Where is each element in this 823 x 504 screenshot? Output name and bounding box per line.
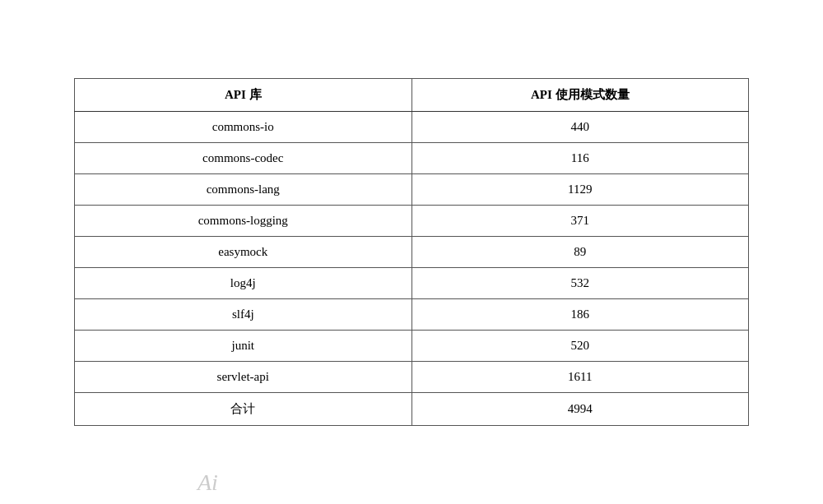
cell-count: 1611	[412, 362, 749, 393]
watermark: Ai	[198, 469, 218, 496]
api-usage-table: API 库 API 使用模式数量 commons-io440commons-co…	[74, 78, 749, 426]
cell-library: commons-lang	[75, 174, 412, 206]
table-row: slf4j186	[75, 299, 749, 331]
cell-library: junit	[75, 331, 412, 362]
header-library: API 库	[75, 79, 412, 112]
cell-library: 合计	[75, 393, 412, 426]
cell-count: 532	[412, 268, 749, 299]
table-row: servlet-api1611	[75, 362, 749, 393]
cell-count: 440	[412, 112, 749, 143]
table-row: commons-logging371	[75, 206, 749, 237]
cell-count: 4994	[412, 393, 749, 426]
table-row: commons-io440	[75, 112, 749, 143]
table-row: commons-codec116	[75, 143, 749, 174]
table-row: 合计4994	[75, 393, 749, 426]
cell-library: commons-logging	[75, 206, 412, 237]
table-header-row: API 库 API 使用模式数量	[75, 79, 749, 112]
cell-count: 116	[412, 143, 749, 174]
table-row: log4j532	[75, 268, 749, 299]
cell-library: log4j	[75, 268, 412, 299]
cell-count: 520	[412, 331, 749, 362]
cell-library: slf4j	[75, 299, 412, 331]
table-row: easymock89	[75, 237, 749, 268]
cell-library: commons-codec	[75, 143, 412, 174]
cell-library: servlet-api	[75, 362, 412, 393]
cell-library: commons-io	[75, 112, 412, 143]
cell-count: 89	[412, 237, 749, 268]
cell-library: easymock	[75, 237, 412, 268]
table-container: API 库 API 使用模式数量 commons-io440commons-co…	[74, 78, 749, 426]
header-count: API 使用模式数量	[412, 79, 749, 112]
cell-count: 1129	[412, 174, 749, 206]
table-row: commons-lang1129	[75, 174, 749, 206]
cell-count: 371	[412, 206, 749, 237]
table-row: junit520	[75, 331, 749, 362]
cell-count: 186	[412, 299, 749, 331]
